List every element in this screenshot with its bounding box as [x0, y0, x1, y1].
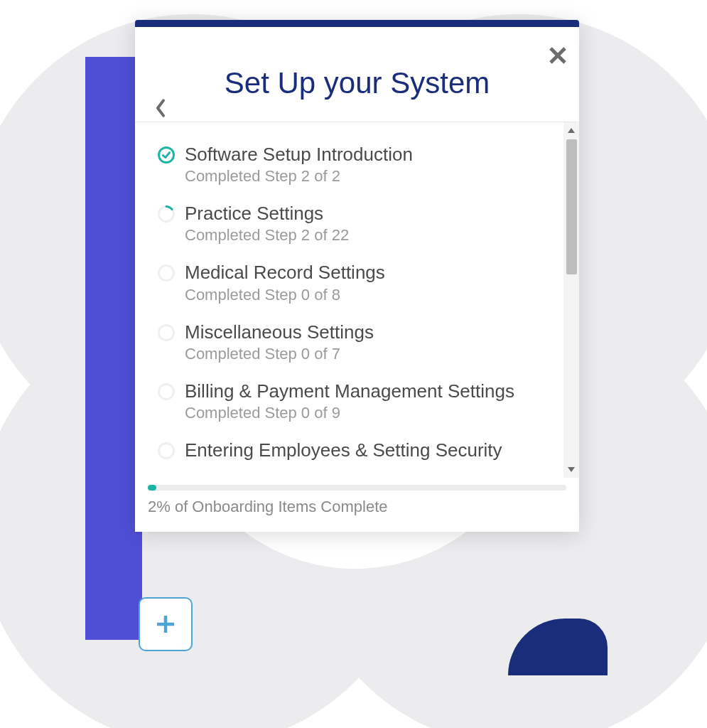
list-scrollbar[interactable] — [563, 122, 579, 478]
progress-bar-fill — [148, 485, 156, 491]
panel-title: Set Up your System — [156, 66, 558, 100]
onboarding-item-title: Entering Employees & Setting Security — [185, 439, 556, 461]
chevron-left-icon — [155, 98, 166, 118]
onboarding-item-progress: Completed Step 2 of 2 — [185, 167, 556, 186]
back-button[interactable] — [148, 95, 173, 121]
svg-point-7 — [159, 325, 174, 340]
triangle-up-icon — [567, 127, 576, 134]
onboarding-item-progress: Completed Step 0 of 8 — [185, 286, 556, 304]
panel-accent-bar — [135, 20, 579, 27]
close-button[interactable] — [542, 40, 573, 71]
progress-empty-icon — [148, 439, 185, 461]
triangle-down-icon — [567, 466, 576, 473]
onboarding-item-employees-security[interactable]: Entering Employees & Setting Security — [148, 431, 556, 470]
progress-partial-icon — [148, 203, 185, 224]
onboarding-item-software-setup[interactable]: Software Setup Introduction Completed St… — [148, 135, 556, 194]
onboarding-list: Software Setup Introduction Completed St… — [135, 122, 563, 478]
onboarding-list-wrap: Software Setup Introduction Completed St… — [135, 122, 579, 478]
onboarding-item-practice-settings[interactable]: Practice Settings Completed Step 2 of 22 — [148, 194, 556, 253]
onboarding-item-billing[interactable]: Billing & Payment Management Settings Co… — [148, 372, 556, 431]
panel-header: Set Up your System — [135, 27, 579, 122]
progress-label: 2% of Onboarding Items Complete — [148, 498, 566, 516]
scrollbar-up-button[interactable] — [563, 122, 579, 138]
add-button[interactable] — [139, 597, 193, 651]
plus-icon — [153, 611, 178, 637]
onboarding-item-progress: Completed Step 0 of 9 — [185, 404, 556, 422]
onboarding-item-miscellaneous[interactable]: Miscellaneous Settings Completed Step 0 … — [148, 313, 556, 372]
onboarding-item-title: Medical Record Settings — [185, 262, 556, 284]
onboarding-item-progress: Completed Step 0 of 7 — [185, 345, 556, 363]
progress-empty-icon — [148, 262, 185, 283]
onboarding-item-title: Miscellaneous Settings — [185, 321, 556, 343]
check-complete-icon — [148, 144, 185, 165]
progress-bar-track — [148, 485, 566, 491]
side-accent-bar — [85, 57, 142, 640]
onboarding-item-title: Software Setup Introduction — [185, 144, 556, 166]
svg-point-8 — [159, 384, 174, 399]
scrollbar-thumb[interactable] — [566, 139, 577, 274]
progress-footer: 2% of Onboarding Items Complete — [135, 478, 579, 532]
progress-empty-icon — [148, 321, 185, 343]
svg-marker-10 — [568, 128, 575, 133]
onboarding-item-medical-record[interactable]: Medical Record Settings Completed Step 0… — [148, 253, 556, 312]
onboarding-item-progress: Completed Step 2 of 22 — [185, 226, 556, 245]
onboarding-item-title: Billing & Payment Management Settings — [185, 380, 556, 402]
svg-point-9 — [159, 443, 174, 458]
scrollbar-down-button[interactable] — [563, 462, 579, 478]
close-icon — [547, 45, 568, 66]
onboarding-item-title: Practice Settings — [185, 203, 556, 225]
setup-panel: Set Up your System Software Setup Introd… — [135, 20, 579, 532]
svg-marker-11 — [568, 467, 575, 472]
progress-empty-icon — [148, 380, 185, 402]
svg-point-6 — [159, 266, 174, 281]
